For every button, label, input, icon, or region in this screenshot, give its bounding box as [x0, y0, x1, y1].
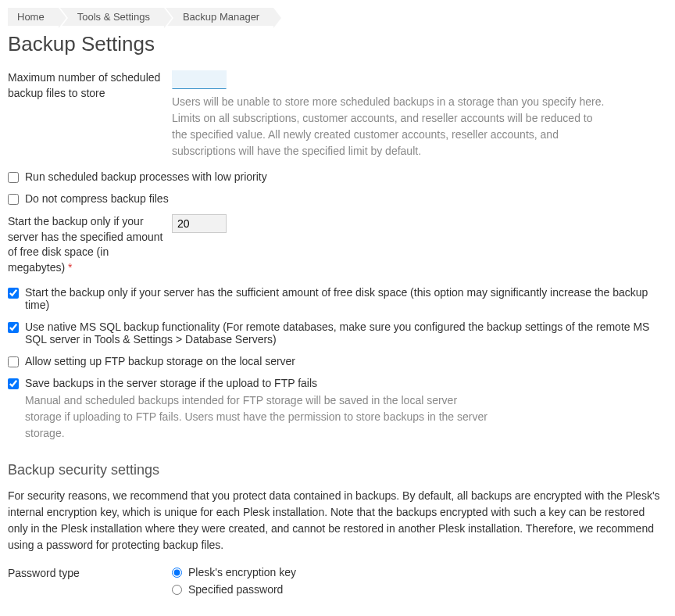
- native-mssql-checkbox[interactable]: [8, 322, 19, 333]
- field-max-backups: Maximum number of scheduled backup files…: [8, 70, 667, 159]
- breadcrumb: Home Tools & Settings Backup Manager: [8, 8, 667, 26]
- password-type-specified-radio[interactable]: [172, 585, 182, 595]
- password-type-plesk-key-label: Plesk's encryption key: [188, 566, 296, 578]
- required-marker: *: [68, 261, 72, 274]
- max-backups-input[interactable]: [172, 70, 227, 89]
- sufficient-space-checkbox[interactable]: [8, 288, 19, 299]
- low-priority-checkbox[interactable]: [8, 172, 19, 183]
- field-low-priority: Run scheduled backup processes with low …: [8, 170, 667, 183]
- field-native-mssql: Use native MS SQL backup functionality (…: [8, 321, 667, 346]
- ftp-local-checkbox[interactable]: [8, 356, 19, 367]
- sufficient-space-label: Start the backup only if your server has…: [25, 286, 648, 311]
- native-mssql-label: Use native MS SQL backup functionality (…: [25, 321, 649, 346]
- low-priority-label: Run scheduled backup processes with low …: [25, 170, 267, 183]
- free-space-input[interactable]: [172, 214, 227, 233]
- breadcrumb-home[interactable]: Home: [8, 8, 59, 26]
- field-sufficient-space: Start the backup only if your server has…: [8, 286, 667, 311]
- page-title: Backup Settings: [8, 32, 667, 56]
- free-space-label: Start the backup only if your server has…: [8, 214, 172, 275]
- security-section-desc: For security reasons, we recommend that …: [8, 488, 667, 553]
- max-backups-label: Maximum number of scheduled backup files…: [8, 70, 172, 101]
- password-type-plesk-key-radio[interactable]: [172, 568, 182, 578]
- save-if-ftp-fail-label: Save backups in the server storage if th…: [25, 377, 317, 389]
- password-type-specified-label: Specified password: [188, 583, 283, 596]
- breadcrumb-backup-manager[interactable]: Backup Manager: [166, 8, 273, 26]
- save-if-ftp-fail-checkbox[interactable]: [8, 378, 19, 389]
- password-type-label: Password type: [8, 566, 172, 582]
- security-section-title: Backup security settings: [8, 462, 667, 478]
- field-no-compress: Do not compress backup files: [8, 192, 667, 205]
- field-ftp-local: Allow setting up FTP backup storage on t…: [8, 355, 667, 367]
- no-compress-label: Do not compress backup files: [25, 192, 169, 205]
- breadcrumb-tools-settings[interactable]: Tools & Settings: [60, 8, 164, 26]
- ftp-local-label: Allow setting up FTP backup storage on t…: [25, 355, 295, 367]
- field-save-if-ftp-fail: Save backups in the server storage if th…: [8, 377, 667, 442]
- field-password-type: Password type Plesk's encryption key Spe…: [8, 566, 667, 600]
- no-compress-checkbox[interactable]: [8, 194, 19, 205]
- max-backups-help: Users will be unable to store more sched…: [172, 94, 609, 159]
- field-free-space-mb: Start the backup only if your server has…: [8, 214, 667, 275]
- save-if-ftp-fail-help: Manual and scheduled backups intended fo…: [25, 392, 494, 442]
